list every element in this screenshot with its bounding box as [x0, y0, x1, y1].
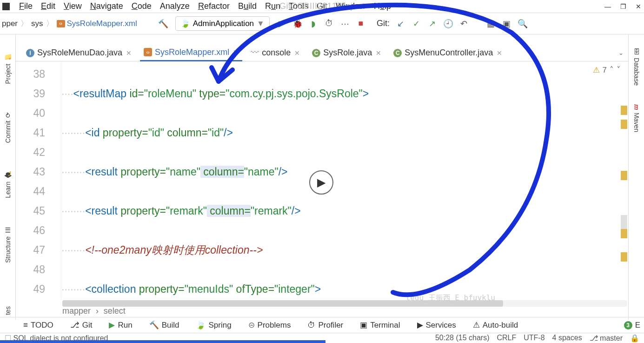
git-update-button[interactable]: ↙ — [394, 17, 407, 30]
tab-sysmenucontroller[interactable]: CSysMenuController.java✕ — [390, 45, 506, 61]
close-button[interactable]: ✕ — [636, 3, 641, 10]
close-icon[interactable]: ✕ — [126, 49, 132, 57]
rail-label: Learn — [4, 182, 12, 198]
tab-sysrolemenudao[interactable]: ISysRoleMenuDao.java✕ — [22, 45, 135, 61]
build-button[interactable]: 🔨 — [157, 17, 170, 30]
close-icon[interactable]: ✕ — [497, 49, 502, 57]
console-icon: 〰 — [251, 48, 259, 58]
tool-label: TODO — [31, 321, 53, 330]
commit-tool-window-button[interactable]: Commit ⟳ — [4, 112, 12, 143]
horizontal-scrollbar[interactable] — [62, 300, 627, 307]
profile-button[interactable]: ⏱ — [323, 17, 336, 30]
xml-string: "integer" — [274, 283, 315, 295]
xml-string: "remark" — [166, 205, 207, 217]
line-number: 49 — [16, 279, 45, 299]
menu-run[interactable]: Run — [265, 1, 280, 11]
code-breadcrumb[interactable]: mapper › select — [62, 306, 126, 316]
breadcrumb-file[interactable]: ‹› SysRoleMapper.xml — [57, 19, 137, 28]
tab-console[interactable]: 〰console✕ — [247, 45, 304, 61]
close-icon[interactable]: ✕ — [294, 49, 300, 57]
git-rollback-button[interactable]: ↶ — [458, 17, 471, 30]
terminal-tool-button[interactable]: ▣ Terminal — [360, 320, 400, 330]
event-badge: 3 — [624, 321, 632, 330]
maven-tool-window-button[interactable]: m Maven — [633, 104, 640, 132]
breadcrumb-sep: 〉 — [46, 18, 54, 29]
git-commit-button[interactable]: ✓ — [410, 17, 423, 30]
run-configuration-selector[interactable]: 🍃 AdminApplication ▼ — [175, 16, 270, 31]
xml-tag: > — [363, 87, 369, 100]
todo-tool-button[interactable]: ≡ TODO — [23, 321, 53, 330]
tes-tool-window-button[interactable]: tes — [4, 306, 12, 315]
menu-help[interactable]: Help — [374, 1, 391, 11]
encoding-indicator[interactable]: UTF-8 — [524, 334, 544, 343]
indent-indicator[interactable]: 4 spaces — [552, 334, 582, 343]
xml-file-icon: ‹› — [57, 20, 65, 27]
debug-button[interactable]: 🐞 — [291, 17, 304, 30]
xml-comment: <!--one2many映射时使用collection--> — [85, 244, 263, 256]
code-pane[interactable]: ····<resultMap id="roleMenu" type="com.c… — [61, 61, 628, 300]
git-tool-button[interactable]: ⎇ Git — [70, 320, 93, 330]
services-tool-button[interactable]: ▶ Services — [417, 320, 456, 330]
breadcrumb-item[interactable]: pper — [2, 19, 18, 28]
crumb-item[interactable]: select — [104, 306, 126, 316]
menu-refactor[interactable]: Refactor — [198, 1, 230, 11]
lock-icon[interactable]: 🔒 — [630, 334, 639, 343]
menu-navigate[interactable]: Navigate — [90, 1, 123, 11]
problems-tool-button[interactable]: ⊝ Problems — [248, 320, 291, 330]
watermark-text: tedu_王振西_E_bfuvklu — [406, 293, 496, 303]
tab-sysrole[interactable]: CSysRole.java✕ — [308, 45, 385, 61]
chevron-down-icon[interactable]: ⌄ — [618, 49, 624, 56]
tool-label: E — [635, 321, 640, 330]
git-history-button[interactable]: 🕘 — [442, 17, 455, 30]
structure-tool-window-button[interactable]: Structure ☰ — [4, 226, 12, 263]
build-tool-button[interactable]: 🔨 Build — [149, 320, 179, 330]
run-button[interactable]: ▶ — [275, 17, 288, 30]
line-number: 39 — [16, 84, 45, 103]
xml-tag: <id — [85, 127, 103, 139]
close-icon[interactable]: ✕ — [376, 49, 381, 57]
caret-position[interactable]: 50:28 (15 chars) — [435, 334, 490, 343]
database-tool-window-button[interactable]: 🗄 Database — [633, 48, 640, 86]
xml-attr: column= — [207, 205, 251, 217]
line-separator[interactable]: CRLF — [497, 334, 516, 343]
menu-code[interactable]: Code — [132, 1, 152, 11]
maximize-button[interactable]: ❐ — [620, 3, 626, 10]
minimize-button[interactable]: — — [604, 3, 611, 10]
attach-button[interactable]: ⋯ — [339, 17, 352, 30]
tab-sysrolemapper[interactable]: ‹›SysRoleMapper.xml✕ — [140, 45, 242, 61]
learn-tool-window-button[interactable]: Learn 🎓 — [4, 171, 12, 198]
stop-button[interactable]: ■ — [354, 17, 367, 30]
java-class-icon: C — [393, 49, 402, 57]
breadcrumb-sep: 〉 — [20, 18, 28, 29]
search-everywhere-button[interactable]: 🔍 — [516, 17, 529, 30]
xml-string: "name" — [244, 166, 279, 178]
menu-analyze[interactable]: Analyze — [160, 1, 190, 11]
git-branch-indicator[interactable]: ⎇ master — [590, 334, 623, 343]
tool-window-toggle[interactable]: ▦ — [485, 17, 498, 30]
crumb-item[interactable]: mapper — [62, 306, 91, 316]
project-tool-window-button[interactable]: Project 📁 — [4, 53, 12, 84]
menu-build[interactable]: Build — [238, 1, 257, 11]
profiler-tool-button[interactable]: ⏱ Profiler — [307, 321, 343, 330]
coverage-button[interactable]: ◗ — [307, 17, 320, 30]
play-overlay-button[interactable]: ▶ — [309, 170, 333, 195]
spring-tool-button[interactable]: 🍃 Spring — [196, 320, 231, 330]
chevron-down-icon: ▼ — [257, 19, 265, 28]
git-label: Git: — [377, 19, 390, 28]
xml-attr: id= — [129, 87, 144, 100]
line-gutter: 38 39 40 41 42 43 44 45 46 47 48 49 — [16, 61, 61, 300]
breadcrumb-item[interactable]: sys — [31, 19, 43, 28]
git-push-button[interactable]: ↗ — [426, 17, 439, 30]
close-icon[interactable]: ✕ — [233, 48, 239, 56]
line-number: 42 — [16, 142, 45, 162]
run-tool-button[interactable]: ▶ Run — [109, 320, 132, 330]
menu-view[interactable]: View — [64, 1, 82, 11]
event-log-button[interactable]: 3 E — [624, 321, 640, 330]
autobuild-tool-button[interactable]: ⚠ Auto-build — [473, 320, 518, 330]
rail-label: Commit — [4, 121, 12, 143]
toolbar: pper 〉 sys 〉 ‹› SysRoleMapper.xml 🔨 🍃 Ad… — [0, 13, 644, 34]
run-anything-button[interactable]: ▣ — [500, 17, 513, 30]
menu-file[interactable]: File — [19, 1, 33, 11]
menu-edit[interactable]: Edit — [41, 1, 55, 11]
progress-cut-bar — [0, 340, 325, 343]
